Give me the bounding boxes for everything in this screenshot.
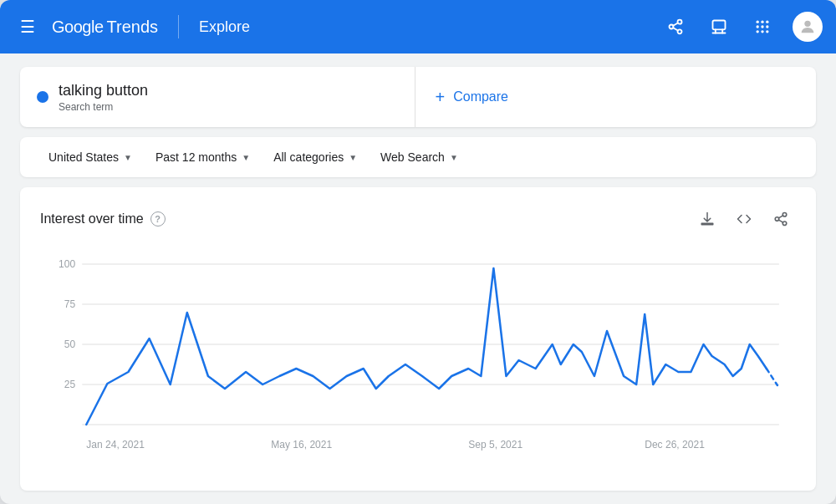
svg-point-11: [766, 21, 768, 23]
location-filter[interactable]: United States ▼: [37, 145, 144, 169]
menu-icon[interactable]: ☰: [13, 10, 42, 43]
filter-row: United States ▼ Past 12 months ▼ All cat…: [20, 137, 816, 177]
time-arrow-icon: ▼: [242, 153, 250, 162]
logo-e: e: [94, 18, 104, 36]
svg-text:100: 100: [59, 258, 75, 270]
download-icon: [700, 211, 715, 227]
location-arrow-icon: ▼: [124, 153, 132, 162]
svg-point-12: [757, 25, 759, 28]
svg-text:May 16, 2021: May 16, 2021: [271, 439, 332, 451]
compare-plus-icon: +: [436, 88, 446, 107]
svg-line-3: [673, 28, 678, 30]
search-type-arrow-icon: ▼: [450, 153, 458, 162]
category-filter[interactable]: All categories ▼: [262, 145, 369, 169]
apps-button[interactable]: [746, 10, 779, 43]
header-logo: Google Trends: [52, 18, 158, 37]
svg-line-23: [778, 216, 782, 218]
compare-box[interactable]: + Compare: [415, 67, 817, 127]
search-term-type: Search term: [59, 101, 148, 113]
time-range-filter[interactable]: Past 12 months ▼: [144, 145, 262, 169]
feedback-button[interactable]: [702, 10, 736, 43]
svg-text:75: 75: [64, 298, 76, 310]
main-content: talking button Search term + Compare Uni…: [0, 53, 836, 504]
feedback-icon: [711, 18, 727, 35]
trends-wordmark: Trends: [107, 18, 159, 37]
search-term-info: talking button Search term: [59, 82, 148, 113]
search-term-box: talking button Search term: [20, 67, 415, 127]
share-icon: [667, 18, 684, 35]
svg-text:50: 50: [64, 339, 76, 350]
chart-line: [86, 268, 767, 425]
chart-share-button[interactable]: [766, 204, 796, 234]
svg-line-4: [673, 23, 678, 25]
search-term-name[interactable]: talking button: [59, 82, 148, 99]
location-label: United States: [48, 150, 119, 164]
svg-point-18: [804, 21, 810, 27]
svg-point-14: [766, 25, 768, 28]
header: ☰ Google Trends Explore: [0, 0, 836, 53]
chart-share-icon: [773, 211, 788, 227]
chart-svg-wrapper: 100 75 50 25 Jan 24, 2021 May 16, 2021 S…: [40, 247, 796, 468]
share-button[interactable]: [659, 10, 692, 43]
svg-point-15: [757, 30, 759, 33]
category-arrow-icon: ▼: [349, 153, 357, 162]
search-dot: [37, 91, 48, 103]
explore-label: Explore: [199, 18, 250, 36]
search-row: talking button Search term + Compare: [20, 67, 816, 127]
compare-label: Compare: [453, 89, 508, 104]
download-button[interactable]: [692, 204, 722, 234]
avatar-icon: [798, 18, 817, 36]
app-window: ☰ Google Trends Explore: [0, 0, 836, 504]
apps-icon: [754, 18, 771, 35]
logo-o1: o: [64, 18, 74, 36]
user-avatar[interactable]: [793, 12, 823, 42]
svg-point-16: [761, 30, 763, 33]
embed-button[interactable]: [729, 204, 759, 234]
svg-text:Sep 5, 2021: Sep 5, 2021: [468, 439, 522, 451]
svg-line-22: [778, 220, 782, 222]
svg-text:Dec 26, 2021: Dec 26, 2021: [645, 439, 705, 451]
logo-g: G: [52, 18, 64, 36]
chart-card: Interest over time ?: [20, 187, 816, 491]
svg-point-17: [766, 30, 768, 33]
chart-header: Interest over time ?: [40, 204, 796, 234]
chart-line-dotted: [767, 369, 777, 385]
svg-text:25: 25: [64, 379, 76, 390]
chart-title: Interest over time: [40, 211, 144, 227]
interest-chart: 100 75 50 25 Jan 24, 2021 May 16, 2021 S…: [40, 247, 796, 465]
logo-g2: g: [82, 18, 91, 36]
google-wordmark: Google: [52, 18, 104, 37]
svg-text:Jan 24, 2021: Jan 24, 2021: [86, 439, 145, 451]
category-label: All categories: [273, 150, 344, 164]
help-icon[interactable]: ?: [150, 211, 166, 227]
search-type-filter[interactable]: Web Search ▼: [369, 145, 470, 169]
svg-point-9: [757, 21, 759, 23]
header-divider: [178, 15, 179, 38]
svg-rect-5: [713, 21, 726, 30]
logo-o2: o: [74, 18, 83, 36]
time-range-label: Past 12 months: [155, 150, 237, 164]
embed-icon: [737, 211, 752, 227]
svg-point-10: [761, 21, 763, 23]
chart-actions: [692, 204, 796, 234]
chart-title-group: Interest over time ?: [40, 211, 166, 227]
search-type-label: Web Search: [380, 150, 445, 164]
svg-point-13: [761, 25, 763, 28]
